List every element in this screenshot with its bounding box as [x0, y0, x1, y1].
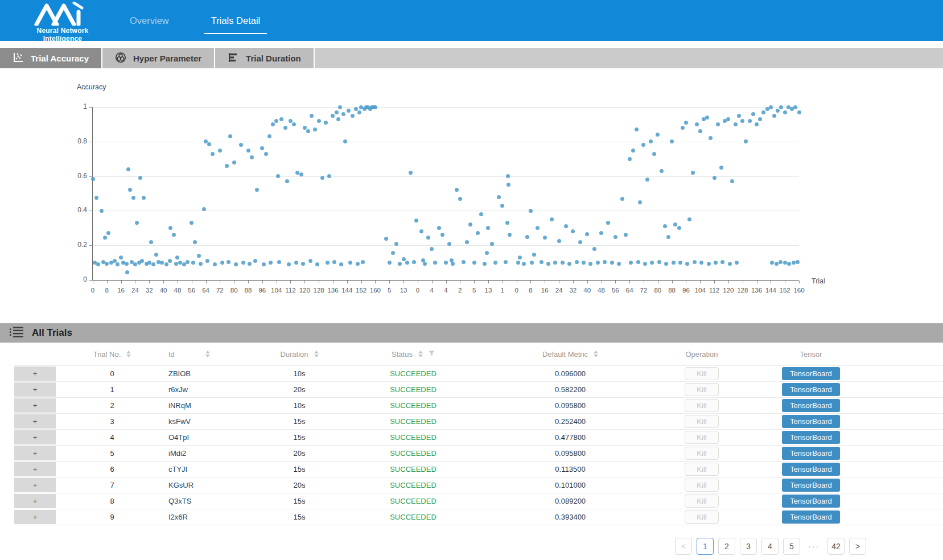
scatter-point[interactable] [421, 258, 425, 262]
scatter-point[interactable] [775, 262, 779, 266]
scatter-point[interactable] [530, 261, 534, 265]
nni-logo[interactable]: Neural Network Intelligence [17, 2, 108, 43]
scatter-point[interactable] [657, 260, 661, 264]
scatter-point[interactable] [232, 160, 236, 164]
scatter-point[interactable] [585, 232, 589, 236]
scatter-point[interactable] [769, 105, 773, 109]
scatter-point[interactable] [299, 172, 303, 176]
scatter-point[interactable] [211, 152, 215, 156]
scatter-point[interactable] [645, 178, 649, 182]
scatter-point[interactable] [476, 231, 480, 235]
scatter-point[interactable] [164, 262, 168, 266]
scatter-point[interactable] [283, 126, 287, 130]
scatter-point[interactable] [564, 224, 568, 228]
scatter-point[interactable] [670, 139, 674, 143]
scatter-point[interactable] [303, 126, 307, 130]
scatter-point[interactable] [174, 262, 178, 266]
scatter-point[interactable] [343, 139, 347, 143]
scatter-point[interactable] [543, 236, 547, 240]
scatter-point[interactable] [207, 142, 211, 146]
scatter-point[interactable] [433, 261, 437, 265]
sort-icon[interactable] [126, 351, 131, 357]
scatter-point[interactable] [128, 188, 132, 192]
scatter-point[interactable] [402, 257, 406, 261]
scatter-point[interactable] [186, 260, 190, 264]
scatter-point[interactable] [776, 109, 780, 113]
scatter-point[interactable] [193, 240, 197, 244]
scatter-point[interactable] [444, 261, 448, 265]
scatter-point[interactable] [783, 110, 787, 114]
scatter-point[interactable] [650, 261, 654, 265]
scatter-point[interactable] [758, 117, 762, 121]
scatter-point[interactable] [320, 176, 324, 180]
expand-row-button[interactable]: + [14, 430, 56, 444]
scatter-point[interactable] [239, 143, 243, 147]
kill-button[interactable]: Kill [685, 447, 718, 460]
scatter-point[interactable] [603, 260, 607, 264]
scatter-point[interactable] [465, 240, 469, 244]
kill-button[interactable]: Kill [685, 463, 718, 476]
column-header-default-metric[interactable]: Default Metric [481, 350, 659, 359]
scatter-point[interactable] [279, 117, 283, 121]
expand-row-button[interactable]: + [14, 398, 56, 413]
scatter-point[interactable] [734, 122, 738, 126]
kill-button[interactable]: Kill [685, 431, 718, 444]
column-header-id[interactable]: Id [168, 350, 254, 359]
scatter-point[interactable] [561, 261, 565, 265]
scatter-point[interactable] [779, 105, 783, 109]
scatter-point[interactable] [269, 261, 273, 265]
tensorboard-button[interactable]: TensorBoard [782, 367, 840, 380]
scatter-point[interactable] [277, 260, 281, 264]
scatter-point[interactable] [716, 122, 720, 126]
scatter-point[interactable] [685, 262, 689, 266]
scatter-point[interactable] [126, 167, 130, 171]
scatter-point[interactable] [755, 122, 759, 126]
scatter-point[interactable] [483, 262, 487, 266]
scatter-point[interactable] [705, 116, 709, 120]
scatter-point[interactable] [479, 212, 483, 216]
scatter-point[interactable] [737, 114, 741, 118]
scatter-point[interactable] [248, 262, 252, 266]
kill-button[interactable]: Kill [685, 510, 718, 524]
scatter-point[interactable] [720, 260, 724, 264]
scatter-point[interactable] [388, 261, 392, 265]
scatter-point[interactable] [292, 122, 296, 126]
scatter-point[interactable] [308, 259, 312, 263]
scatter-point[interactable] [698, 129, 702, 133]
scatter-point[interactable] [508, 233, 512, 237]
scatter-point[interactable] [356, 262, 360, 266]
scatter-point[interactable] [641, 143, 645, 147]
scatter-point[interactable] [599, 231, 603, 235]
scatter-point[interactable] [190, 221, 193, 225]
scatter-point[interactable] [624, 233, 628, 237]
scatter-point[interactable] [606, 221, 610, 225]
tensorboard-button[interactable]: TensorBoard [782, 431, 840, 444]
scatter-point[interactable] [119, 256, 123, 260]
kill-button[interactable]: Kill [685, 367, 718, 380]
scatter-point[interactable] [652, 152, 656, 156]
scatter-point[interactable] [490, 242, 494, 246]
scatter-point[interactable] [455, 188, 459, 192]
scatter-point[interactable] [147, 261, 151, 265]
scatter-point[interactable] [327, 174, 331, 178]
scatter-point[interactable] [713, 176, 716, 180]
tensorboard-button[interactable]: TensorBoard [782, 510, 840, 524]
expand-row-button[interactable]: + [14, 382, 56, 397]
scatter-point[interactable] [125, 262, 129, 266]
scatter-point[interactable] [493, 261, 497, 265]
scatter-point[interactable] [666, 235, 670, 239]
scatter-point[interactable] [347, 109, 351, 113]
scatter-point[interactable] [105, 262, 109, 266]
tab-trials-detail[interactable]: Trials Detail [208, 13, 264, 28]
scatter-point[interactable] [332, 260, 336, 264]
scatter-point[interactable] [426, 236, 430, 240]
scatter-point[interactable] [588, 262, 592, 266]
scatter-point[interactable] [575, 260, 579, 264]
scatter-point[interactable] [693, 260, 697, 264]
scatter-point[interactable] [550, 217, 554, 221]
scatter-point[interactable] [218, 149, 222, 153]
scatter-point[interactable] [253, 259, 257, 263]
scatter-point[interactable] [592, 247, 596, 251]
scatter-point[interactable] [783, 261, 787, 265]
scatter-point[interactable] [571, 229, 575, 233]
